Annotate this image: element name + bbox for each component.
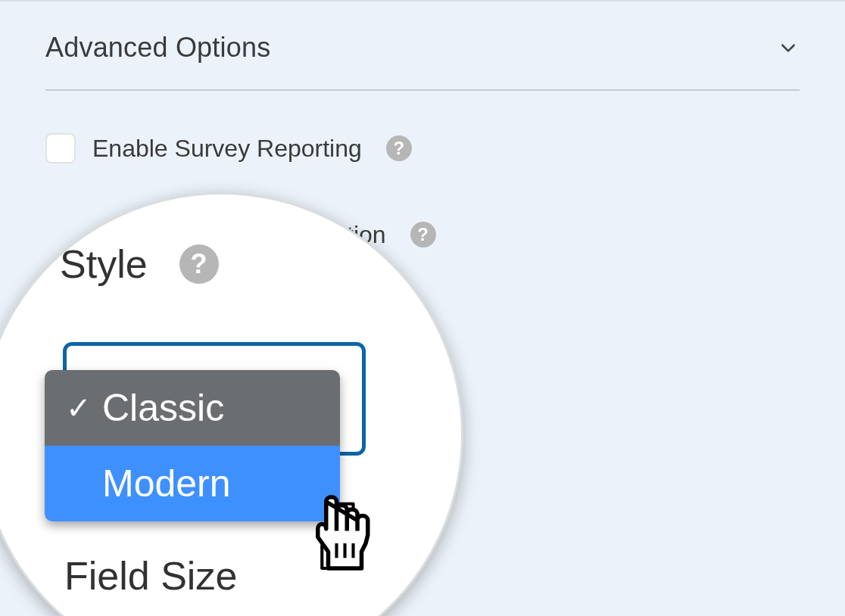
help-icon[interactable]: ?	[179, 244, 219, 284]
style-dropdown: ✓ Classic Modern	[45, 370, 340, 521]
help-icon[interactable]: ?	[386, 135, 412, 161]
check-icon: ✓	[66, 390, 89, 425]
magnifier-lens: Style ? ✓ Classic Modern Field Size	[0, 192, 463, 616]
field-size-label: Field Size	[64, 553, 237, 599]
style-option-modern[interactable]: Modern	[45, 446, 340, 521]
style-label: Style	[60, 241, 148, 287]
label-enable-survey: Enable Survey Reporting	[92, 135, 362, 163]
section-title: Advanced Options	[45, 32, 270, 64]
chevron-down-icon	[777, 36, 800, 59]
style-option-classic[interactable]: ✓ Classic	[45, 370, 340, 446]
option-label: Modern	[102, 462, 231, 506]
option-label: Classic	[102, 386, 224, 430]
row-enable-survey: Enable Survey Reporting ?	[45, 91, 800, 163]
help-icon[interactable]: ?	[410, 222, 436, 247]
pointer-cursor-icon	[307, 493, 375, 577]
section-header-advanced[interactable]: Advanced Options	[45, 24, 800, 89]
checkbox-enable-survey[interactable]	[45, 133, 76, 163]
